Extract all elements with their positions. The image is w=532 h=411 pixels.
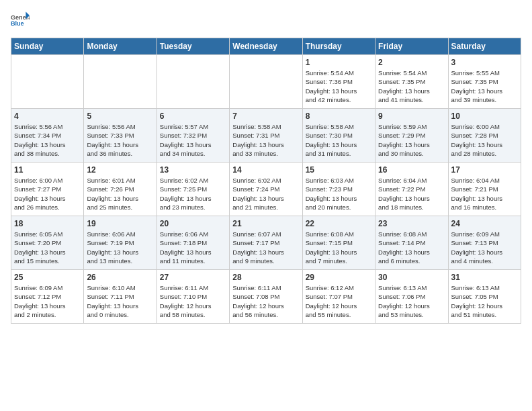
day-info: Sunrise: 6:13 AM Sunset: 7:05 PM Dayligh… <box>451 283 518 319</box>
week-row-5: 25Sunrise: 6:09 AM Sunset: 7:12 PM Dayli… <box>11 270 521 324</box>
day-info: Sunrise: 6:02 AM Sunset: 7:25 PM Dayligh… <box>160 176 226 212</box>
day-cell: 24Sunrise: 6:09 AM Sunset: 7:13 PM Dayli… <box>448 216 521 270</box>
day-info: Sunrise: 5:56 AM Sunset: 7:34 PM Dayligh… <box>14 122 81 158</box>
day-cell: 9Sunrise: 5:59 AM Sunset: 7:29 PM Daylig… <box>375 109 448 163</box>
day-info: Sunrise: 5:57 AM Sunset: 7:32 PM Dayligh… <box>160 122 226 158</box>
day-cell: 1Sunrise: 5:54 AM Sunset: 7:36 PM Daylig… <box>302 55 375 109</box>
day-info: Sunrise: 6:04 AM Sunset: 7:22 PM Dayligh… <box>378 176 445 212</box>
day-number: 19 <box>87 219 153 228</box>
header-cell-tuesday: Tuesday <box>157 38 229 55</box>
day-info: Sunrise: 6:05 AM Sunset: 7:20 PM Dayligh… <box>14 230 81 265</box>
header-cell-friday: Friday <box>375 38 448 55</box>
day-cell: 14Sunrise: 6:02 AM Sunset: 7:24 PM Dayli… <box>230 163 302 216</box>
day-cell: 19Sunrise: 6:06 AM Sunset: 7:19 PM Dayli… <box>84 216 157 270</box>
day-number: 12 <box>87 165 153 175</box>
day-info: Sunrise: 6:06 AM Sunset: 7:18 PM Dayligh… <box>160 230 226 265</box>
day-cell: 10Sunrise: 6:00 AM Sunset: 7:28 PM Dayli… <box>448 109 521 163</box>
day-cell: 15Sunrise: 6:03 AM Sunset: 7:23 PM Dayli… <box>302 163 375 216</box>
day-info: Sunrise: 6:11 AM Sunset: 7:10 PM Dayligh… <box>160 283 226 319</box>
day-number: 25 <box>14 273 81 282</box>
day-number: 15 <box>306 165 372 175</box>
day-cell: 27Sunrise: 6:11 AM Sunset: 7:10 PM Dayli… <box>157 270 229 324</box>
day-cell: 6Sunrise: 5:57 AM Sunset: 7:32 PM Daylig… <box>157 109 229 163</box>
day-cell: 31Sunrise: 6:13 AM Sunset: 7:05 PM Dayli… <box>448 270 521 324</box>
svg-text:Blue: Blue <box>11 20 24 27</box>
header-cell-sunday: Sunday <box>11 38 84 55</box>
logo-icon: General Blue <box>11 11 30 30</box>
day-number: 2 <box>378 58 445 67</box>
day-cell <box>11 55 84 109</box>
header-cell-wednesday: Wednesday <box>230 38 302 55</box>
day-number: 3 <box>451 58 518 67</box>
day-cell: 3Sunrise: 5:55 AM Sunset: 7:35 PM Daylig… <box>448 55 521 109</box>
day-number: 1 <box>306 58 372 67</box>
day-number: 14 <box>232 165 299 175</box>
day-cell: 22Sunrise: 6:08 AM Sunset: 7:15 PM Dayli… <box>302 216 375 270</box>
calendar-table: SundayMondayTuesdayWednesdayThursdayFrid… <box>11 38 521 324</box>
day-info: Sunrise: 5:54 AM Sunset: 7:35 PM Dayligh… <box>378 68 445 104</box>
day-cell: 4Sunrise: 5:56 AM Sunset: 7:34 PM Daylig… <box>11 109 84 163</box>
day-number: 8 <box>306 111 372 121</box>
day-info: Sunrise: 6:13 AM Sunset: 7:06 PM Dayligh… <box>378 283 445 319</box>
day-number: 31 <box>451 273 518 282</box>
day-number: 28 <box>232 273 299 282</box>
day-cell: 29Sunrise: 6:12 AM Sunset: 7:07 PM Dayli… <box>302 270 375 324</box>
week-row-1: 1Sunrise: 5:54 AM Sunset: 7:36 PM Daylig… <box>11 55 521 109</box>
day-cell <box>157 55 229 109</box>
header-cell-thursday: Thursday <box>302 38 375 55</box>
day-info: Sunrise: 6:06 AM Sunset: 7:19 PM Dayligh… <box>87 230 153 265</box>
day-info: Sunrise: 6:07 AM Sunset: 7:17 PM Dayligh… <box>232 230 299 265</box>
day-info: Sunrise: 5:58 AM Sunset: 7:30 PM Dayligh… <box>306 122 372 158</box>
day-number: 20 <box>160 219 226 228</box>
day-number: 10 <box>451 111 518 121</box>
day-number: 5 <box>87 111 153 121</box>
day-number: 11 <box>14 165 81 175</box>
header-cell-monday: Monday <box>84 38 157 55</box>
day-cell: 7Sunrise: 5:58 AM Sunset: 7:31 PM Daylig… <box>230 109 302 163</box>
day-cell: 2Sunrise: 5:54 AM Sunset: 7:35 PM Daylig… <box>375 55 448 109</box>
day-info: Sunrise: 5:56 AM Sunset: 7:33 PM Dayligh… <box>87 122 153 158</box>
day-number: 17 <box>451 165 518 175</box>
day-cell: 28Sunrise: 6:11 AM Sunset: 7:08 PM Dayli… <box>230 270 302 324</box>
day-number: 6 <box>160 111 226 121</box>
day-cell: 17Sunrise: 6:04 AM Sunset: 7:21 PM Dayli… <box>448 163 521 216</box>
day-number: 7 <box>232 111 299 121</box>
day-info: Sunrise: 6:02 AM Sunset: 7:24 PM Dayligh… <box>232 176 299 212</box>
week-row-2: 4Sunrise: 5:56 AM Sunset: 7:34 PM Daylig… <box>11 109 521 163</box>
day-info: Sunrise: 6:10 AM Sunset: 7:11 PM Dayligh… <box>87 283 153 319</box>
week-row-4: 18Sunrise: 6:05 AM Sunset: 7:20 PM Dayli… <box>11 216 521 270</box>
logo: General Blue <box>11 11 30 30</box>
day-info: Sunrise: 6:00 AM Sunset: 7:28 PM Dayligh… <box>451 122 518 158</box>
day-cell: 16Sunrise: 6:04 AM Sunset: 7:22 PM Dayli… <box>375 163 448 216</box>
day-number: 9 <box>378 111 445 121</box>
day-number: 18 <box>14 219 81 228</box>
header-row: SundayMondayTuesdayWednesdayThursdayFrid… <box>11 38 521 55</box>
day-number: 26 <box>87 273 153 282</box>
day-cell: 8Sunrise: 5:58 AM Sunset: 7:30 PM Daylig… <box>302 109 375 163</box>
day-info: Sunrise: 6:12 AM Sunset: 7:07 PM Dayligh… <box>306 283 372 319</box>
day-cell: 18Sunrise: 6:05 AM Sunset: 7:20 PM Dayli… <box>11 216 84 270</box>
day-info: Sunrise: 5:54 AM Sunset: 7:36 PM Dayligh… <box>306 68 372 104</box>
day-cell: 25Sunrise: 6:09 AM Sunset: 7:12 PM Dayli… <box>11 270 84 324</box>
day-info: Sunrise: 6:09 AM Sunset: 7:12 PM Dayligh… <box>14 283 81 319</box>
day-number: 23 <box>378 219 445 228</box>
day-cell: 26Sunrise: 6:10 AM Sunset: 7:11 PM Dayli… <box>84 270 157 324</box>
day-number: 21 <box>232 219 299 228</box>
day-cell: 12Sunrise: 6:01 AM Sunset: 7:26 PM Dayli… <box>84 163 157 216</box>
day-cell: 23Sunrise: 6:08 AM Sunset: 7:14 PM Dayli… <box>375 216 448 270</box>
day-cell <box>230 55 302 109</box>
day-number: 27 <box>160 273 226 282</box>
day-info: Sunrise: 6:08 AM Sunset: 7:14 PM Dayligh… <box>378 230 445 265</box>
day-info: Sunrise: 5:55 AM Sunset: 7:35 PM Dayligh… <box>451 68 518 104</box>
day-number: 29 <box>306 273 372 282</box>
day-cell: 30Sunrise: 6:13 AM Sunset: 7:06 PM Dayli… <box>375 270 448 324</box>
day-info: Sunrise: 6:08 AM Sunset: 7:15 PM Dayligh… <box>306 230 372 265</box>
day-number: 4 <box>14 111 81 121</box>
day-number: 22 <box>306 219 372 228</box>
page-header: General Blue <box>11 11 521 30</box>
day-number: 24 <box>451 219 518 228</box>
week-row-3: 11Sunrise: 6:00 AM Sunset: 7:27 PM Dayli… <box>11 163 521 216</box>
day-number: 13 <box>160 165 226 175</box>
day-info: Sunrise: 6:03 AM Sunset: 7:23 PM Dayligh… <box>306 176 372 212</box>
day-info: Sunrise: 6:09 AM Sunset: 7:13 PM Dayligh… <box>451 230 518 265</box>
